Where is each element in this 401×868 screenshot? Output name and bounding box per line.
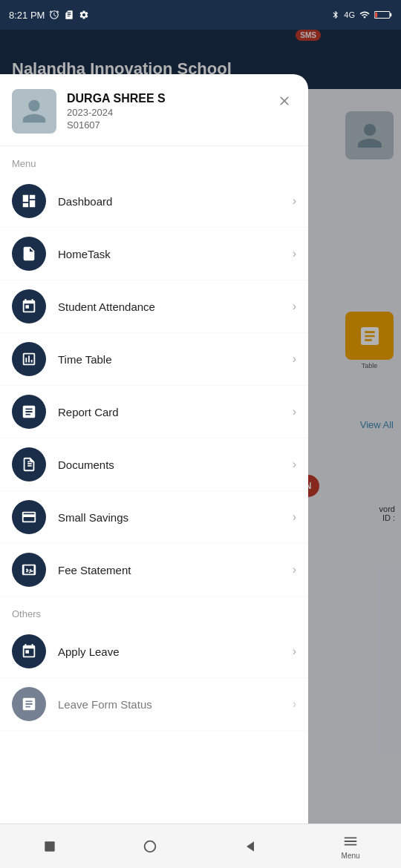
close-button[interactable]: [273, 89, 296, 113]
nav-stop-button[interactable]: [41, 838, 59, 855]
menu-item-dashboard[interactable]: Dashboard ›: [0, 175, 308, 228]
feestatement-icon-bg: [12, 553, 46, 587]
menu-scroll-area[interactable]: Menu Dashboard › HomeTask › Student Atte…: [0, 146, 308, 868]
signal-text: 4G: [344, 10, 355, 19]
hometask-label: HomeTask: [58, 248, 293, 260]
nav-back-button[interactable]: [241, 838, 259, 855]
status-right: 4G: [331, 10, 392, 20]
back-icon: [241, 838, 259, 855]
attendance-icon-bg: [12, 289, 46, 323]
hometask-icon-bg: [12, 237, 46, 271]
svg-point-4: [145, 841, 156, 852]
profile-avatar: [12, 89, 56, 134]
applyleave-chevron: ›: [293, 645, 296, 658]
hamburger-icon: [342, 832, 359, 850]
attendance-chevron: ›: [293, 300, 296, 313]
documents-label: Documents: [58, 458, 293, 471]
status-left: 8:21 PM: [9, 10, 89, 21]
documents-chevron: ›: [293, 458, 296, 471]
profile-header: DURGA SHREE S 2023-2024 S01607: [0, 74, 308, 146]
timetable-icon-bg: [12, 342, 46, 376]
menu-item-documents[interactable]: Documents ›: [0, 438, 308, 491]
profile-name: DURGA SHREE S: [67, 92, 296, 105]
nav-home-button[interactable]: [141, 838, 159, 855]
battery-icon: [374, 10, 392, 20]
navigation-drawer: DURGA SHREE S 2023-2024 S01607 Menu Dash…: [0, 74, 308, 868]
hometask-chevron: ›: [293, 247, 296, 260]
applyleave-label: Apply Leave: [58, 645, 293, 658]
menu-item-small-savings[interactable]: Small Savings ›: [0, 491, 308, 544]
nav-menu-label: Menu: [342, 852, 360, 860]
menu-item-hometask[interactable]: HomeTask ›: [0, 228, 308, 280]
home-icon: [141, 838, 159, 855]
applyleave-icon-bg: [12, 634, 46, 668]
stop-icon: [41, 838, 59, 855]
timetable-chevron: ›: [293, 352, 296, 366]
svg-rect-2: [375, 13, 377, 18]
reportcard-chevron: ›: [293, 405, 296, 418]
dashboard-icon-bg: [12, 184, 46, 218]
dashboard-label: Dashboard: [58, 195, 293, 208]
bluetooth-icon: [331, 10, 340, 20]
feestatement-chevron: ›: [293, 563, 296, 576]
profile-info: DURGA SHREE S 2023-2024 S01607: [67, 92, 296, 131]
menu-item-fee-statement[interactable]: Fee Statement ›: [0, 544, 308, 596]
menu-item-leave-form-status[interactable]: Leave Form Status ›: [0, 678, 308, 731]
bottom-nav-bar: Menu: [0, 823, 401, 868]
documents-icon-bg: [12, 447, 46, 481]
savings-icon-bg: [12, 500, 46, 534]
others-section-label: Others: [0, 596, 308, 625]
menu-item-student-attendance[interactable]: Student Attendance ›: [0, 280, 308, 333]
reportcard-icon-bg: [12, 395, 46, 429]
attendance-label: Student Attendance: [58, 300, 293, 313]
leaveformstatus-label: Leave Form Status: [58, 698, 293, 711]
status-time: 8:21 PM: [9, 10, 45, 21]
leaveformstatus-chevron: ›: [293, 697, 296, 711]
nav-menu-button[interactable]: Menu: [342, 832, 360, 860]
svg-rect-3: [45, 841, 55, 851]
signal-icon: [359, 10, 371, 20]
svg-rect-1: [390, 13, 391, 17]
reportcard-label: Report Card: [58, 406, 293, 418]
leaveformstatus-icon-bg: [12, 687, 46, 721]
menu-item-time-table[interactable]: Time Table ›: [0, 333, 308, 386]
alarm-icon: [49, 10, 59, 20]
savings-chevron: ›: [293, 510, 296, 524]
dashboard-chevron: ›: [293, 194, 296, 208]
menu-item-apply-leave[interactable]: Apply Leave ›: [0, 625, 308, 678]
menu-section-label: Menu: [0, 146, 308, 175]
sim-icon: [64, 10, 74, 20]
menu-item-report-card[interactable]: Report Card ›: [0, 386, 308, 438]
status-bar: 8:21 PM 4G: [0, 0, 401, 30]
timetable-label: Time Table: [58, 353, 293, 366]
savings-label: Small Savings: [58, 511, 293, 524]
svg-marker-5: [247, 841, 254, 851]
feestatement-label: Fee Statement: [58, 564, 293, 576]
profile-id: S01607: [67, 119, 296, 131]
settings-icon: [79, 10, 89, 20]
profile-year: 2023-2024: [67, 107, 296, 118]
